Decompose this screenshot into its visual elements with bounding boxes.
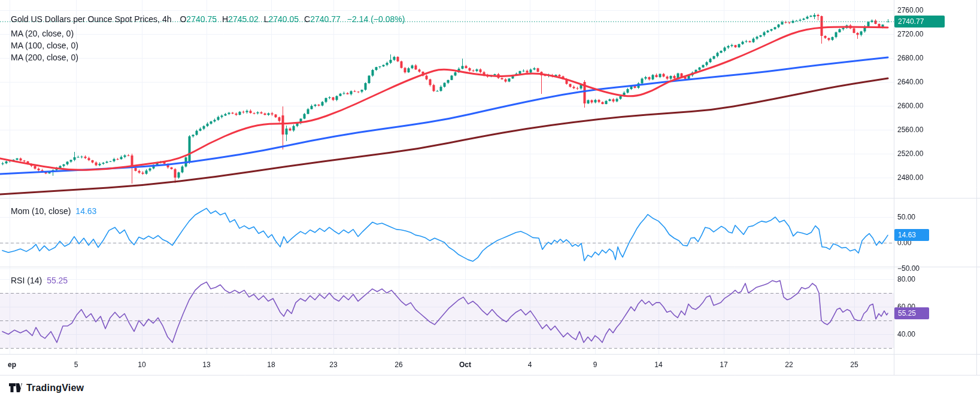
momentum-legend-row[interactable]: Mom (10, close)14.63 <box>11 206 96 216</box>
price-tick-label: 2600.00 <box>897 102 923 111</box>
rsi-tick-label: 80.00 <box>897 275 915 284</box>
price-tick-label: 2680.00 <box>897 54 923 63</box>
rsi-tick-label: 40.00 <box>897 330 915 339</box>
momentum-value: 14.63 <box>75 206 96 216</box>
time-label: 10 <box>138 361 145 369</box>
time-label: 4 <box>528 361 532 369</box>
ma-legend-rows: MA (20, close, 0)MA (100, close, 0)MA (2… <box>11 28 405 63</box>
time-label: 22 <box>785 361 793 369</box>
current-price-badge: 2740.77 <box>894 16 945 28</box>
price-tick-label: 2480.00 <box>897 173 923 182</box>
mom-tick-label: −50.00 <box>897 264 920 273</box>
rsi-label: RSI (14) <box>11 276 42 285</box>
tradingview-chart-window: Gold US Dollars per Ounce Spot Prices, 4… <box>0 0 980 403</box>
symbol-title[interactable]: Gold US Dollars per Ounce Spot Prices, 4… <box>11 14 171 24</box>
price-tick-label: 2760.00 <box>897 6 923 15</box>
time-label: ep <box>8 361 16 369</box>
price-tick-label: 2720.00 <box>897 30 923 39</box>
time-label: 14 <box>654 361 662 369</box>
tradingview-logo-icon <box>8 382 26 393</box>
rsi-value: 55.25 <box>47 276 68 285</box>
time-label: 13 <box>202 361 210 369</box>
mom-value-badge: 14.63 <box>894 229 929 241</box>
time-label: 25 <box>850 361 858 369</box>
time-label: 18 <box>267 361 275 369</box>
time-label: Oct <box>459 361 471 369</box>
price-tick-label: 2640.00 <box>897 78 923 87</box>
symbol-legend-row[interactable]: Gold US Dollars per Ounce Spot Prices, 4… <box>11 14 405 24</box>
price-change: −2.14 (−0.08%) <box>347 14 405 24</box>
tradingview-logo-text: TradingView <box>26 383 84 393</box>
ohlc-open: O2740.75 <box>180 14 217 24</box>
time-label: 17 <box>720 361 727 369</box>
legend: Gold US Dollars per Ounce Spot Prices, 4… <box>11 14 405 63</box>
time-label: 9 <box>593 361 597 369</box>
rsi-legend-row[interactable]: RSI (14)55.25 <box>11 276 68 285</box>
ma-legend-row[interactable]: MA (20, close, 0) <box>11 28 405 39</box>
price-axis[interactable]: 2760.002720.002680.002640.002600.002560.… <box>894 0 980 354</box>
ohlc-high: H2745.02 <box>222 14 259 24</box>
time-label: 5 <box>74 361 78 369</box>
ma-legend-row[interactable]: MA (200, close, 0) <box>11 51 405 63</box>
mom-tick-label: 50.00 <box>897 213 915 222</box>
momentum-label: Mom (10, close) <box>11 206 71 216</box>
ohlc-close: C2740.77 <box>304 14 341 24</box>
time-axis[interactable]: ep51013182326Oct4914172225 <box>0 354 980 375</box>
tradingview-logo[interactable]: TradingView <box>8 382 84 393</box>
price-tick-label: 2560.00 <box>897 126 923 135</box>
rsi-value-badge: 55.25 <box>894 307 929 319</box>
time-label: 26 <box>395 361 402 369</box>
ohlc-low: L2740.05 <box>264 14 299 24</box>
ma-legend-row[interactable]: MA (100, close, 0) <box>11 39 405 51</box>
price-tick-label: 2520.00 <box>897 149 923 158</box>
time-label: 23 <box>329 361 337 369</box>
